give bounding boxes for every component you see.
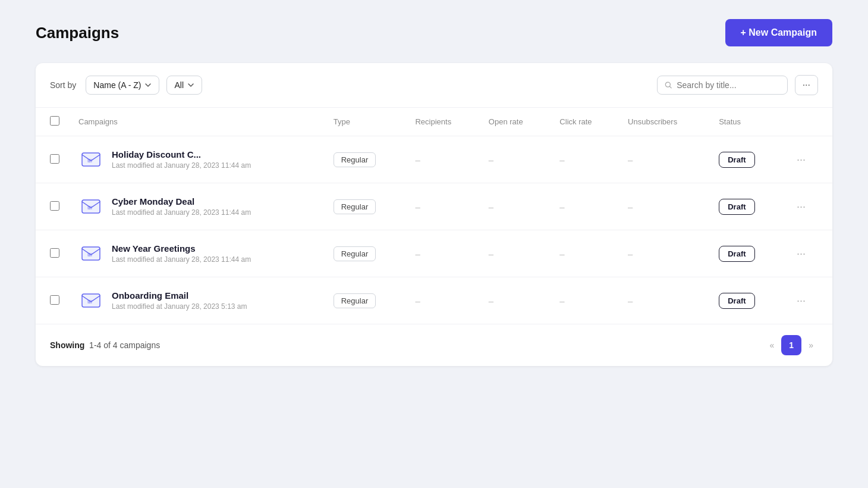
svg-rect-8 (87, 300, 92, 304)
click-rate-value: – (559, 155, 564, 165)
click-rate-cell: – (550, 136, 618, 183)
svg-rect-4 (87, 206, 92, 209)
status-cell: Draft (709, 277, 782, 324)
sort-value: Name (A - Z) (93, 80, 141, 90)
toolbar: Sort by Name (A - Z) All (36, 63, 832, 108)
unsubscribers-cell: – (618, 230, 709, 277)
recipients-cell: – (405, 277, 479, 324)
sort-dropdown[interactable]: Name (A - Z) (86, 76, 159, 95)
recipients-cell: – (405, 136, 479, 183)
row-checkbox-2[interactable] (50, 248, 59, 258)
type-badge: Regular (334, 152, 376, 167)
click-rate-value: – (559, 202, 564, 212)
col-type: Type (324, 108, 406, 136)
recipients-cell: – (405, 230, 479, 277)
col-recipients: Recipients (405, 108, 479, 136)
svg-rect-6 (87, 253, 92, 256)
more-options-button[interactable]: ··· (795, 75, 818, 95)
unsubscribers-value: – (628, 296, 633, 306)
unsubscribers-cell: – (618, 136, 709, 183)
recipients-cell: – (405, 183, 479, 230)
recipients-value: – (415, 155, 420, 165)
click-rate-value: – (559, 296, 564, 306)
email-icon (78, 288, 103, 313)
search-input[interactable] (677, 80, 779, 90)
campaign-cell: Cyber Monday Deal Last modified at Janua… (69, 183, 324, 230)
row-actions-button[interactable]: ··· (792, 151, 810, 168)
campaign-date: Last modified at January 28, 2023 11:44 … (112, 208, 251, 217)
new-campaign-button[interactable]: + New Campaign (725, 19, 832, 46)
table-row: Cyber Monday Deal Last modified at Janua… (36, 183, 832, 230)
unsubscribers-cell: – (618, 277, 709, 324)
row-actions-cell: ··· (782, 136, 832, 183)
main-card: Sort by Name (A - Z) All (36, 63, 832, 366)
row-checkbox-1[interactable] (50, 201, 59, 211)
col-click-rate: Click rate (550, 108, 618, 136)
page-title: Campaigns (36, 24, 119, 42)
status-badge: Draft (719, 152, 754, 168)
table-header-row: Campaigns Type Recipients Open rate Clic… (36, 108, 832, 136)
type-badge: Regular (334, 246, 376, 261)
row-checkbox-cell (36, 230, 69, 277)
campaign-cell: Holiday Discount C... Last modified at J… (69, 136, 324, 183)
col-actions (782, 108, 832, 136)
showing-prefix: Showing (50, 340, 84, 350)
last-page-button[interactable]: » (804, 337, 818, 354)
unsubscribers-value: – (628, 202, 633, 212)
type-cell: Regular (324, 230, 406, 277)
table-footer: Showing 1-4 of 4 campaigns « 1 » (36, 324, 832, 366)
row-checkbox-0[interactable] (50, 154, 59, 164)
status-badge: Draft (719, 246, 754, 262)
col-unsubscribers: Unsubscribers (618, 108, 709, 136)
row-actions-button[interactable]: ··· (792, 245, 810, 262)
unsubscribers-cell: – (618, 183, 709, 230)
showing-text: Showing 1-4 of 4 campaigns (50, 340, 160, 350)
row-actions-button[interactable]: ··· (792, 198, 810, 215)
type-cell: Regular (324, 183, 406, 230)
recipients-value: – (415, 202, 420, 212)
status-badge: Draft (719, 199, 754, 215)
col-open-rate: Open rate (479, 108, 551, 136)
ellipsis-icon: ··· (803, 80, 810, 90)
row-checkbox-cell (36, 136, 69, 183)
open-rate-cell: – (479, 230, 551, 277)
type-badge: Regular (334, 199, 376, 214)
status-cell: Draft (709, 183, 782, 230)
row-actions-cell: ··· (782, 230, 832, 277)
select-all-header (36, 108, 69, 136)
campaigns-table: Campaigns Type Recipients Open rate Clic… (36, 108, 832, 324)
row-actions-cell: ··· (782, 183, 832, 230)
status-cell: Draft (709, 136, 782, 183)
first-page-button[interactable]: « (765, 337, 779, 354)
open-rate-value: – (489, 202, 493, 212)
open-rate-cell: – (479, 183, 551, 230)
page-1-button[interactable]: 1 (781, 335, 801, 355)
search-box (657, 76, 788, 95)
row-actions-cell: ··· (782, 277, 832, 324)
select-all-checkbox[interactable] (50, 116, 59, 126)
recipients-value: – (415, 249, 420, 259)
row-checkbox-cell (36, 183, 69, 230)
campaign-name: Onboarding Email (112, 290, 247, 301)
campaign-cell: Onboarding Email Last modified at Januar… (69, 277, 324, 324)
search-icon (665, 81, 672, 89)
campaign-name: Cyber Monday Deal (112, 196, 251, 207)
row-actions-button[interactable]: ··· (792, 292, 810, 309)
pagination: « 1 » (765, 335, 818, 355)
row-checkbox-3[interactable] (50, 295, 59, 305)
email-icon (78, 194, 103, 219)
open-rate-value: – (489, 249, 493, 259)
table-row: New Year Greetings Last modified at Janu… (36, 230, 832, 277)
email-icon (78, 147, 103, 172)
open-rate-cell: – (479, 277, 551, 324)
status-cell: Draft (709, 230, 782, 277)
filter-value: All (174, 80, 184, 90)
filter-dropdown[interactable]: All (166, 76, 202, 95)
type-cell: Regular (324, 277, 406, 324)
chevron-down-icon (144, 82, 152, 89)
open-rate-value: – (489, 296, 493, 306)
campaign-date: Last modified at January 28, 2023 5:13 a… (112, 302, 247, 311)
open-rate-value: – (489, 155, 493, 165)
click-rate-cell: – (550, 230, 618, 277)
status-badge: Draft (719, 293, 754, 309)
